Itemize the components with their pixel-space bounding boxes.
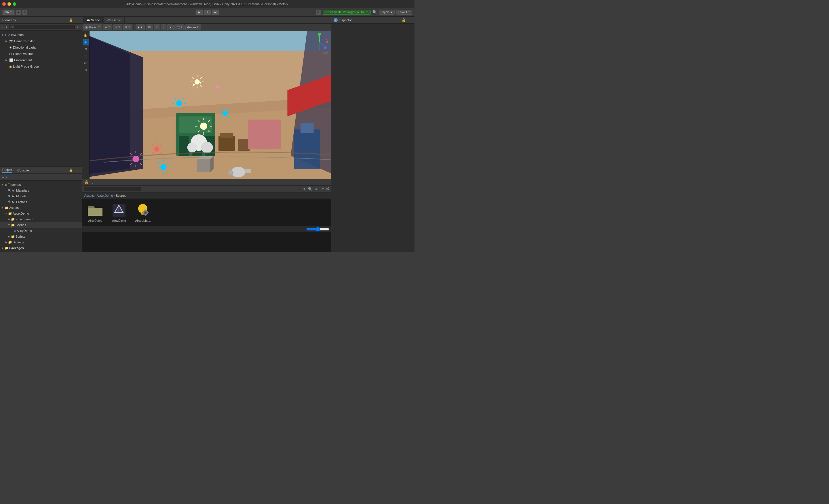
audio-toggle[interactable]: ♪ [161,25,167,30]
asset-count-badge: ⎗8 [326,187,329,191]
tab-scene[interactable]: 🏔 Scene [83,17,104,24]
asset-view-toggle[interactable]: ⊞ [297,187,301,191]
ra-dropdown-button[interactable]: RA ▼ [2,9,15,15]
experimental-packages-label: Experimental Packages In Use [325,11,365,14]
camera-icon: 📷 [176,26,180,29]
folder-icon: 📁 [8,212,12,216]
2d-toggle[interactable]: 2D [146,25,153,30]
hierarchy-item-cameraholder[interactable]: ▶ 📷 CameraHolder [0,38,82,44]
global-local-dropdown[interactable]: ⊕ ▼ [103,25,112,30]
tab-game[interactable]: 🎮 Game [104,17,124,24]
step-button[interactable]: ⏭ [212,9,219,15]
hierarchy-header: Hierarchy 🔒 ⋮ [0,17,82,24]
rotate-tool-icon[interactable]: ↻ [83,46,89,52]
global-search-button[interactable]: 🔍 [372,10,377,14]
breadcrumb-assetdemo[interactable]: AssetDemo [97,194,113,197]
project-lock-button[interactable]: 🔒 [68,168,74,172]
visibility-dropdown[interactable]: ◉ ▼ [136,25,145,30]
add-hierarchy-button[interactable]: + [2,25,4,29]
asset-search-input[interactable] [84,187,141,191]
pause-button[interactable]: ⏸ [204,9,211,15]
asset-filter-button[interactable]: ⧩ [302,187,306,191]
tree-assets[interactable]: ▼ 📁 Assets [0,205,82,210]
scene-viewport[interactable]: ✋ ✛ ↻ ⊡ ▭ ⊕ [82,31,331,179]
svg-point-37 [154,146,159,152]
asset-item-folder[interactable]: AlleyDemo [84,201,106,224]
camera-toggle[interactable]: 📷 ▼ [174,25,184,30]
tree-alleydemo-scene[interactable]: ⊙ AlleyDemo [0,228,82,234]
snap-dropdown[interactable]: ⊞ ▼ [123,25,133,30]
tree-arrow-icon: ▼ [1,183,4,186]
svg-rect-15 [238,139,250,151]
hierarchy-lock-button[interactable]: 🔒 [68,18,74,22]
rect-tool-icon[interactable]: ▭ [83,60,89,66]
gizmos-dropdown[interactable]: Gizmos ▼ [185,25,201,30]
lighting-toggle[interactable]: ☀ [154,25,160,30]
tree-scripts[interactable]: ▶ 📁 Scripts [0,234,82,239]
tree-favorites[interactable]: ▼ ★ Favorites [0,182,82,188]
layout-label: Layout [398,11,407,14]
collab-button[interactable]: ⬡ [22,10,27,15]
add-project-button[interactable]: + [2,175,4,180]
scene-gizmo[interactable]: X Y Z [311,33,328,51]
asset-lock-button[interactable]: 🔒 [84,180,89,184]
hierarchy-more-button[interactable]: ⋮ [75,18,79,22]
scale-tool-icon[interactable]: ⊡ [83,53,89,59]
asset-branch-button[interactable]: ⎇ [320,187,325,191]
hierarchy-label: AlleyDemo [8,33,24,37]
asset-more-button[interactable]: ⋮ [91,180,95,184]
close-button[interactable] [2,2,6,6]
project-tab[interactable]: Project [2,168,12,172]
layout-dropdown-button[interactable]: Layout ▼ [396,10,412,15]
asset-item-lighting[interactable]: AlleyLighti... [132,201,154,224]
hierarchy-item-globalvolume[interactable]: ▶ ⬡ Global Volume [0,51,82,57]
hierarchy-item-alleydemo[interactable]: ▼ ⊙ AlleyDemo [0,32,82,38]
tree-all-prefabs[interactable]: 🔍 All Prefabs [0,199,82,205]
layers-dropdown-button[interactable]: Layers ▼ [379,10,395,15]
move-tool-icon[interactable]: ✛ [83,39,89,45]
play-button[interactable]: ▶ [195,9,203,15]
tree-assetdemo[interactable]: ▼ 📁 AssetDemo [0,210,82,216]
asset-search-toggle[interactable]: 🔍 [308,187,313,191]
arrow-icon: ▶ [5,59,8,62]
console-tab[interactable]: Console [17,168,29,172]
tree-packages[interactable]: ▶ 📁 Packages [0,245,82,251]
probe-icon: ◉ [9,65,12,69]
hierarchy-eye-button[interactable]: ⊙ [76,25,80,29]
tree-scenes[interactable]: ▼ 📁 Scenes [0,222,82,228]
breadcrumb-assets[interactable]: Assets [84,194,94,197]
tree-all-materials[interactable]: 🔍 All Materials [0,188,82,193]
view-tab-more[interactable]: ⋮ [324,18,330,22]
pivot-icon: ✛ [115,26,117,29]
undo-icon: ↺ [317,11,320,14]
tree-settings[interactable]: ▶ 📁 Settings [0,239,82,245]
hierarchy-item-environment[interactable]: ▶ ⬜ Environment [0,57,82,63]
hierarchy-item-directionallight[interactable]: ▶ ☀ Directional Light [0,44,82,51]
view-tabs: 🏔 Scene 🎮 Game ⋮ [82,17,331,24]
window-controls[interactable] [2,2,16,6]
asset-star-button[interactable]: ★ [314,187,318,191]
fx-toggle[interactable]: ✦ [167,25,174,30]
pivot-dropdown[interactable]: ✛ ▼ [113,25,122,30]
hierarchy-search-input[interactable] [9,25,75,29]
project-more-button[interactable]: ⋮ [75,168,79,172]
minimize-button[interactable] [7,2,11,6]
hand-tool-icon[interactable]: ✋ [83,32,89,39]
tree-label: All Prefabs [12,200,27,204]
undo-button[interactable]: ↺ [316,10,321,15]
experimental-packages-button[interactable]: Experimental Packages In Use ▼ [323,10,371,15]
transform-tool-icon[interactable]: ⊕ [83,67,89,73]
inspector-more-button[interactable]: ⋮ [407,18,412,22]
chevron-down-icon: ▼ [196,26,199,29]
hierarchy-item-lightprobegroup[interactable]: ▶ ◉ Light Probe Group [0,63,82,70]
cloud-button[interactable]: ☁ [16,10,21,15]
lighting-asset-icon [135,202,151,218]
maximize-button[interactable] [13,2,16,6]
inspector-lock-button[interactable]: 🔒 [401,18,406,22]
shaded-dropdown-button[interactable]: ▣ Shaded ▼ [83,25,102,30]
tree-all-models[interactable]: 🔍 All Models [0,193,82,199]
zoom-slider[interactable] [306,228,329,230]
asset-item-scene[interactable]: AlleyDemo [108,201,130,224]
tree-environment[interactable]: ▶ 📁 Environment [0,216,82,222]
hierarchy-label: Environment [14,59,32,62]
